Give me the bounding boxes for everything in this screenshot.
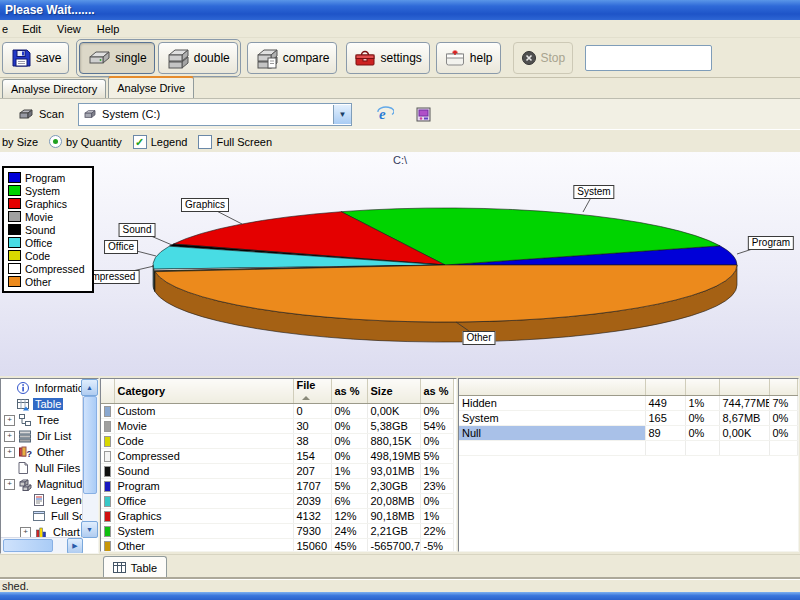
chart-area: C:\ ProgramSystemGraphicsMovieSoundOffic… [0, 152, 800, 376]
tab-analyse-drive[interactable]: Analyse Drive [108, 76, 194, 98]
sidebar-item-legend[interactable]: Legend [1, 492, 81, 508]
sidebar-item-dir-list[interactable]: +Dir List [1, 428, 81, 444]
browser-icon[interactable]: e [376, 106, 394, 122]
category-color-icon [104, 451, 111, 462]
menu-view[interactable]: View [49, 22, 89, 36]
cell-file: 38 [293, 434, 331, 449]
attribute-row[interactable]: Hidden4491%744,77MB7% [459, 396, 797, 411]
category-row[interactable]: Custom00%0,00K0% [101, 404, 453, 419]
attribute-row[interactable]: System1650%8,67MB0% [459, 411, 797, 426]
scan-button[interactable]: Scan [18, 108, 64, 120]
category-row[interactable]: Program17075%2,30GB23% [101, 479, 453, 494]
cell-size-pct: 5% [420, 449, 453, 464]
cell-file: 207 [293, 464, 331, 479]
category-row[interactable]: Sound2071%93,01MB1% [101, 464, 453, 479]
attribute-row[interactable]: Null890%0,00K0% [459, 426, 797, 441]
table-grid-icon [113, 562, 126, 573]
cell-file-pct: 0% [685, 411, 719, 426]
category-color-icon [104, 496, 111, 507]
full-screen-option[interactable]: ✓ Full Screen [198, 135, 272, 149]
menu-help[interactable]: Help [89, 22, 128, 36]
sidebar-item-table[interactable]: Table [1, 396, 81, 412]
attribute-row[interactable] [459, 441, 797, 456]
chart-title: C:\ [0, 154, 800, 166]
tree-expander-icon[interactable]: + [4, 479, 15, 490]
scroll-up-icon[interactable]: ▲ [81, 379, 98, 396]
tree-expander-icon[interactable]: + [4, 431, 15, 442]
sidebar-item-null-files[interactable]: Null Files [1, 460, 81, 476]
settings-button[interactable]: settings [346, 42, 429, 74]
category-row[interactable]: Compressed1540%498,19MB5% [101, 449, 453, 464]
menu-edit[interactable]: Edit [14, 22, 49, 36]
sidebar-item-magnitude[interactable]: +Magnitude [1, 476, 81, 492]
cell-file-pct: 5% [331, 479, 367, 494]
single-button[interactable]: single [79, 42, 154, 74]
cell-size-pct: 0% [420, 434, 453, 449]
save-button[interactable]: save [2, 42, 69, 74]
by-size-option[interactable]: by Size [2, 136, 38, 148]
scrollbar-thumb[interactable] [3, 539, 53, 552]
sidebar-horizontal-scrollbar[interactable]: ▶ [1, 537, 83, 553]
category-row[interactable]: Movie300%5,38GB54% [101, 419, 453, 434]
menu-file[interactable]: e [0, 22, 14, 36]
category-row[interactable]: System793024%2,21GB22% [101, 524, 453, 539]
chevron-down-icon[interactable]: ▼ [333, 105, 351, 124]
image-export-icon[interactable] [416, 107, 431, 122]
scroll-down-icon[interactable]: ▼ [81, 521, 98, 538]
cell-size: 0,00K [719, 426, 769, 441]
col-file[interactable]: File [293, 379, 331, 404]
table-header-row [459, 379, 797, 396]
tree-expander-icon[interactable]: + [20, 527, 31, 538]
sidebar-vertical-scrollbar[interactable]: ▲ ▼ [82, 379, 98, 538]
col-file-pct[interactable]: as % [331, 379, 367, 404]
help-button[interactable]: help [436, 42, 501, 74]
title-bar[interactable]: Please Wait....... [0, 0, 800, 20]
cell-file-pct: 1% [331, 464, 367, 479]
double-button[interactable]: double [158, 42, 238, 74]
col-category[interactable]: Category [114, 379, 293, 404]
chart-options-row: by Size by Quantity ✓ Legend ✓ Full Scre… [0, 129, 800, 153]
col-size[interactable]: Size [367, 379, 420, 404]
scroll-right-icon[interactable]: ▶ [67, 538, 83, 554]
tab-analyse-directory[interactable]: Analyse Directory [2, 79, 106, 98]
cell-file-pct: 24% [331, 524, 367, 539]
sidebar-item-full-scre[interactable]: Full Scre [1, 508, 81, 524]
category-row[interactable]: Other1506045%-565700,7-5% [101, 539, 453, 553]
tree-expander-icon[interactable]: + [4, 447, 15, 458]
drive-select[interactable]: System (C:) ▼ [78, 103, 352, 126]
category-row[interactable]: Code380%880,15K0% [101, 434, 453, 449]
sort-indicator [302, 396, 310, 400]
cell-size: -565700,7 [367, 539, 420, 553]
sidebar-item-tree[interactable]: +Tree [1, 412, 81, 428]
legend-option[interactable]: ✓ Legend [133, 135, 188, 149]
category-row[interactable]: Graphics413212%90,18MB1% [101, 509, 453, 524]
toolbar-textbox[interactable] [585, 45, 712, 71]
dirlist-icon [18, 429, 32, 443]
tree-expander-icon[interactable]: + [4, 415, 15, 426]
by-quantity-option[interactable]: by Quantity [49, 135, 122, 148]
cell-file-pct: 0% [331, 449, 367, 464]
save-icon [10, 48, 32, 68]
compare-button[interactable]: compare [247, 42, 338, 74]
cell-file: 154 [293, 449, 331, 464]
other-icon: ? [18, 445, 32, 459]
compare-label: compare [283, 51, 330, 65]
cell-size: 498,19MB [367, 449, 420, 464]
scrollbar-thumb[interactable] [83, 396, 97, 494]
cell-file-pct: 6% [331, 494, 367, 509]
category-row[interactable]: Office20396%20,08MB0% [101, 494, 453, 509]
legend-item: Code [8, 249, 85, 262]
col-size-pct[interactable]: as % [420, 379, 453, 404]
application-window: Please Wait....... e Edit View Help save… [0, 0, 800, 600]
cell-category: System [114, 524, 293, 539]
sidebar-item-information[interactable]: Information [1, 380, 81, 396]
cell-size: 20,08MB [367, 494, 420, 509]
scan-row: Scan System (C:) ▼ e [0, 98, 800, 130]
legend-swatch [8, 198, 21, 209]
stop-button[interactable]: Stop [513, 42, 574, 74]
sidebar-item-other[interactable]: +?Other [1, 444, 81, 460]
help-icon [444, 49, 466, 67]
cell-file-pct [685, 441, 719, 456]
bottom-tab-table[interactable]: Table [103, 556, 167, 578]
sidebar-item-label: Dir List [35, 430, 73, 442]
